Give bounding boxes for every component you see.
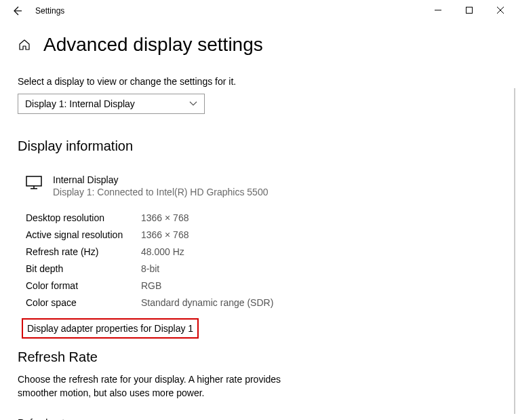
back-button[interactable]: [9, 3, 24, 18]
home-icon: [18, 39, 31, 51]
window-controls: [422, 0, 516, 20]
monitor-summary: Internal Display Display 1: Connected to…: [26, 174, 516, 197]
monitor-icon: [26, 176, 42, 189]
info-label: Color format: [26, 280, 141, 291]
info-value: 1366 × 768: [141, 212, 188, 223]
minimize-icon: [435, 7, 441, 14]
info-value: 48.000 Hz: [141, 246, 184, 257]
arrow-left-icon: [12, 5, 22, 16]
refresh-rate-description: Choose the refresh rate for your display…: [18, 373, 289, 400]
refresh-rate-heading: Refresh Rate: [18, 349, 516, 365]
svg-rect-2: [467, 7, 473, 14]
scrollbar[interactable]: [514, 88, 515, 414]
maximize-icon: [466, 7, 473, 14]
refresh-rate-label: Refresh rate: [18, 417, 516, 420]
display-information-heading: Display information: [18, 138, 516, 154]
window-title: Settings: [35, 6, 64, 16]
info-value: Standard dynamic range (SDR): [141, 297, 273, 308]
select-display-prompt: Select a display to view or change the s…: [18, 76, 516, 87]
titlebar: Settings: [0, 0, 516, 22]
home-button[interactable]: [18, 38, 31, 52]
info-value: RGB: [141, 280, 161, 291]
info-label: Color space: [26, 297, 141, 308]
display-select-dropdown[interactable]: Display 1: Internal Display: [18, 94, 205, 114]
monitor-name: Internal Display: [53, 174, 268, 185]
monitor-subtitle: Display 1: Connected to Intel(R) HD Grap…: [53, 187, 268, 197]
minimize-button[interactable]: [422, 0, 454, 20]
chevron-down-icon: [189, 100, 197, 108]
content-area: Advanced display settings Select a displ…: [0, 22, 516, 420]
close-button[interactable]: [485, 0, 516, 20]
info-value: 1366 × 768: [141, 229, 188, 240]
table-row: Color format RGB: [26, 280, 516, 291]
info-label: Desktop resolution: [26, 212, 141, 223]
info-label: Active signal resolution: [26, 229, 141, 240]
table-row: Bit depth 8-bit: [26, 263, 516, 274]
page-title: Advanced display settings: [43, 34, 263, 56]
display-adapter-properties-link[interactable]: Display adapter properties for Display 1: [27, 323, 193, 334]
table-row: Active signal resolution 1366 × 768: [26, 229, 516, 240]
adapter-link-highlight: Display adapter properties for Display 1: [22, 318, 199, 339]
info-label: Refresh rate (Hz): [26, 246, 141, 257]
info-label: Bit depth: [26, 263, 141, 274]
display-select-value: Display 1: Internal Display: [25, 98, 135, 109]
table-row: Color space Standard dynamic range (SDR): [26, 297, 516, 308]
display-info-table: Desktop resolution 1366 × 768 Active sig…: [26, 212, 516, 308]
maximize-button[interactable]: [454, 0, 485, 20]
svg-rect-5: [26, 176, 41, 186]
table-row: Refresh rate (Hz) 48.000 Hz: [26, 246, 516, 257]
info-value: 8-bit: [141, 263, 159, 274]
close-icon: [497, 7, 504, 14]
page-header: Advanced display settings: [18, 34, 516, 56]
table-row: Desktop resolution 1366 × 768: [26, 212, 516, 223]
